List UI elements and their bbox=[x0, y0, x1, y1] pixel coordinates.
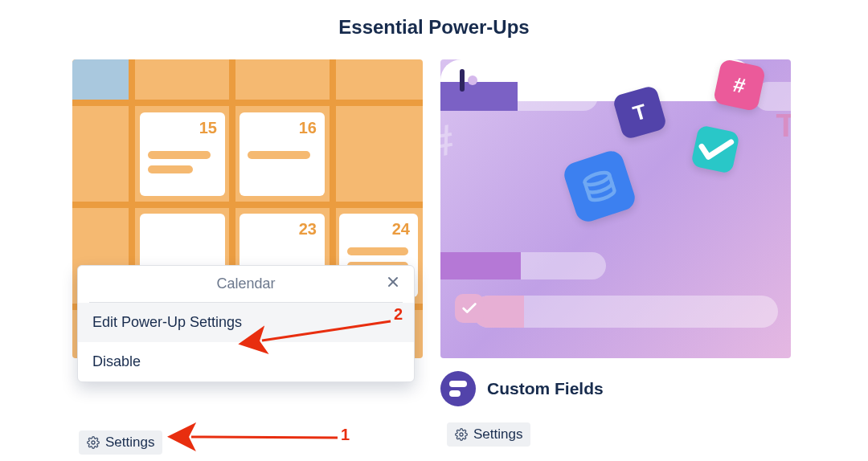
svg-point-2 bbox=[460, 433, 463, 436]
settings-button[interactable]: Settings bbox=[447, 422, 530, 447]
powerup-card-calendar: 15 16 23 24 Settings bbox=[72, 59, 423, 455]
settings-button[interactable]: Settings bbox=[79, 430, 162, 455]
currency-tile-icon bbox=[561, 148, 638, 225]
menu-item-disable[interactable]: Disable bbox=[78, 342, 414, 381]
custom-fields-thumbnail: # T T # bbox=[440, 59, 791, 358]
calendar-day-15: 15 bbox=[199, 119, 217, 137]
check-tile-icon bbox=[690, 124, 740, 174]
calendar-day-23: 23 bbox=[299, 220, 317, 239]
powerup-card-custom-fields: # T T # Custom Fields Settings bbox=[440, 59, 791, 455]
gear-icon bbox=[455, 428, 468, 441]
check-outline-icon bbox=[455, 294, 484, 323]
calendar-day-16: 16 bbox=[299, 119, 317, 137]
settings-label: Settings bbox=[105, 434, 154, 451]
hash-outline-icon: # bbox=[440, 114, 457, 167]
card-title: Custom Fields bbox=[487, 379, 604, 398]
t-outline-icon: T bbox=[776, 108, 791, 144]
settings-label: Settings bbox=[473, 426, 522, 443]
hash-tile-icon: # bbox=[713, 59, 766, 112]
gear-icon bbox=[87, 436, 100, 449]
close-icon[interactable] bbox=[383, 274, 403, 293]
svg-point-0 bbox=[92, 441, 95, 444]
page-title: Essential Power-Ups bbox=[0, 16, 868, 39]
custom-fields-icon bbox=[440, 371, 476, 406]
svg-point-1 bbox=[583, 170, 611, 187]
menu-item-edit-settings[interactable]: Edit Power-Up Settings bbox=[78, 303, 414, 342]
calendar-popover: Calendar Edit Power-Up Settings Disable bbox=[77, 265, 415, 382]
calendar-day-24: 24 bbox=[392, 220, 410, 239]
popover-title: Calendar bbox=[216, 275, 275, 292]
